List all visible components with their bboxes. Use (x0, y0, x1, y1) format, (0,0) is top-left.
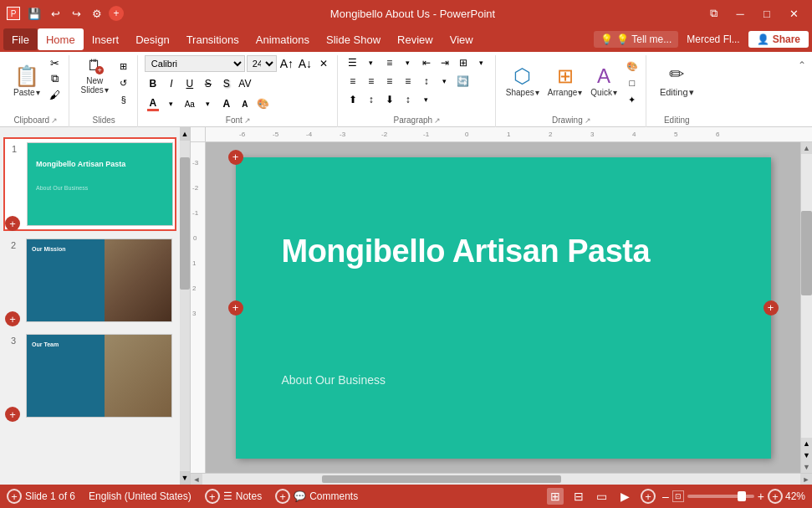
paint-bucket-button[interactable]: 🎨 (255, 95, 272, 112)
collapse-ribbon-button[interactable]: ⌃ (795, 59, 809, 72)
panel-scroll-down[interactable]: ▼ (180, 471, 190, 485)
menu-design[interactable]: Design (127, 28, 177, 50)
font-size-down-btn[interactable]: A (237, 95, 253, 112)
arrange-dropdown-icon[interactable]: ▾ (578, 88, 582, 97)
slide-item-3[interactable]: 3 Our Team (3, 330, 176, 422)
quick-styles-button[interactable]: A Quick ▾ (587, 55, 620, 105)
minimize-button[interactable]: ─ (728, 2, 752, 25)
spacing-button[interactable]: AV (237, 75, 253, 92)
editing-dropdown-icon[interactable]: ▾ (689, 87, 694, 98)
shapes-button[interactable]: ⬡ Shapes ▾ (503, 55, 543, 105)
close-button[interactable]: ✕ (782, 2, 805, 25)
bold-button[interactable]: B (145, 75, 161, 92)
restore-down-button[interactable]: ⧉ (702, 2, 725, 25)
settings-button[interactable]: ⚙ (88, 4, 106, 23)
zoom-slider[interactable] (687, 495, 754, 498)
font-aa-button[interactable]: Aa (181, 95, 198, 112)
indent-increase-button[interactable]: ⇥ (437, 55, 453, 70)
slide-sorter-button[interactable]: ⊟ (570, 488, 587, 505)
slide-1-add-button[interactable]: + (5, 216, 20, 231)
scroll-prev-slide[interactable]: ▲ (801, 438, 812, 449)
align-center-button[interactable]: ≡ (363, 74, 380, 89)
align-bottom-button[interactable]: ⬇ (381, 92, 398, 107)
menu-insert[interactable]: Insert (84, 28, 128, 50)
increase-font-button[interactable]: A↑ (278, 55, 295, 72)
shape-effects-button[interactable]: ✦ (624, 92, 641, 107)
editing-button[interactable]: ✏ Editing ▾ (653, 55, 701, 105)
slide-main-subtitle[interactable]: About Our Business (282, 373, 386, 387)
slide-item-1[interactable]: 1 Mongibello Artisan Pasta About Our Bus… (3, 137, 176, 231)
slide-item-2[interactable]: 2 Our Mission (3, 234, 176, 326)
menu-slideshow[interactable]: Slide Show (318, 28, 389, 50)
cut-button[interactable]: ✂ (47, 55, 64, 70)
menu-animations[interactable]: Animations (248, 28, 318, 50)
slide-main-title[interactable]: Mongibello Artisan Pasta (282, 233, 651, 271)
h-scroll-thumb[interactable] (322, 475, 561, 483)
bullets-dropdown[interactable]: ▾ (363, 55, 380, 70)
display-add-button[interactable]: + (641, 489, 656, 504)
redo-button[interactable]: ↪ (67, 4, 85, 23)
comments-button[interactable]: 💬 Comments (294, 490, 358, 502)
status-add-button[interactable]: + (7, 489, 22, 504)
underline-button[interactable]: U (181, 75, 198, 92)
indent-decrease-button[interactable]: ⇤ (418, 55, 435, 70)
layout-button[interactable]: ⊞ (115, 59, 132, 74)
bullets-button[interactable]: ☰ (345, 55, 361, 70)
font-aa-dropdown[interactable]: ▾ (200, 95, 217, 112)
menu-home[interactable]: Home (38, 28, 84, 50)
menu-view[interactable]: View (442, 28, 482, 50)
share-button[interactable]: 👤 Share (748, 31, 809, 48)
slide-add-right[interactable]: + (763, 300, 779, 316)
menu-file[interactable]: File (3, 28, 38, 50)
copy-button[interactable]: ⧉ (47, 71, 64, 86)
font-color-dropdown[interactable]: ▾ (163, 95, 180, 112)
shape-outline-button[interactable]: □ (624, 75, 641, 90)
new-slide-dropdown[interactable]: Slides▾ (81, 85, 109, 95)
add-command-button[interactable]: + (109, 6, 124, 21)
align-middle-button[interactable]: ↕ (363, 92, 380, 107)
font-size-up-btn[interactable]: A (218, 95, 235, 112)
slideshow-button[interactable]: ▶ (617, 488, 634, 505)
align-right-button[interactable]: ≡ (381, 74, 398, 89)
slide-add-top-left[interactable]: + (228, 150, 243, 165)
scroll-next-slide[interactable]: ▼ (801, 449, 812, 461)
notes-button[interactable]: ☰ Notes (223, 490, 262, 502)
slide-2-add-button[interactable]: + (5, 311, 20, 326)
undo-button[interactable]: ↩ (46, 4, 64, 23)
user-account-button[interactable]: Merced Fl... (682, 31, 744, 48)
format-painter-button[interactable]: 🖌 (47, 87, 64, 102)
zoom-add-button[interactable]: + (768, 489, 783, 504)
new-slide-button[interactable]: 🗒 + New Slides▾ (76, 55, 114, 96)
paste-button[interactable]: 📋 Paste ▾ (8, 55, 45, 105)
clear-format-button[interactable]: ✕ (315, 55, 332, 72)
text-direction-button[interactable]: ↕ (418, 74, 435, 89)
zoom-plus-button[interactable]: + (758, 490, 764, 503)
tell-me-button[interactable]: 💡 💡 Tell me... (594, 31, 678, 48)
fit-slide-button[interactable]: ⊡ (672, 490, 684, 502)
scroll-thumb[interactable] (801, 211, 812, 296)
slide-3-add-button[interactable]: + (5, 407, 20, 422)
maximize-button[interactable]: □ (755, 2, 779, 25)
save-button[interactable]: 💾 (25, 4, 43, 23)
font-expand-icon[interactable]: ↗ (244, 116, 251, 125)
panel-scroll-up[interactable]: ▲ (180, 127, 190, 141)
menu-review[interactable]: Review (389, 28, 442, 50)
paragraph-expand-icon[interactable]: ↗ (434, 116, 441, 125)
scroll-down-button[interactable]: ▼ (801, 461, 812, 473)
font-name-select[interactable]: Calibri (145, 55, 245, 72)
section-button[interactable]: § (115, 92, 132, 107)
decrease-font-button[interactable]: A↓ (297, 55, 314, 72)
notes-add-button[interactable]: + (205, 489, 220, 504)
text-shadow-button[interactable]: S (218, 75, 235, 92)
arrange-button[interactable]: ⊞ Arrange ▾ (544, 55, 586, 105)
font-color-button[interactable]: A (145, 95, 161, 112)
quick-styles-dropdown-icon[interactable]: ▾ (613, 88, 617, 97)
shape-fill-button[interactable]: 🎨 (624, 59, 641, 74)
reset-button[interactable]: ↺ (115, 75, 132, 90)
menu-transitions[interactable]: Transitions (178, 28, 248, 50)
scroll-right-button[interactable]: ► (800, 474, 812, 485)
justify-button[interactable]: ≡ (400, 74, 416, 89)
italic-button[interactable]: I (163, 75, 180, 92)
convert-smartart-button[interactable]: 🔄 (455, 74, 472, 89)
normal-view-button[interactable]: ⊞ (547, 488, 564, 505)
